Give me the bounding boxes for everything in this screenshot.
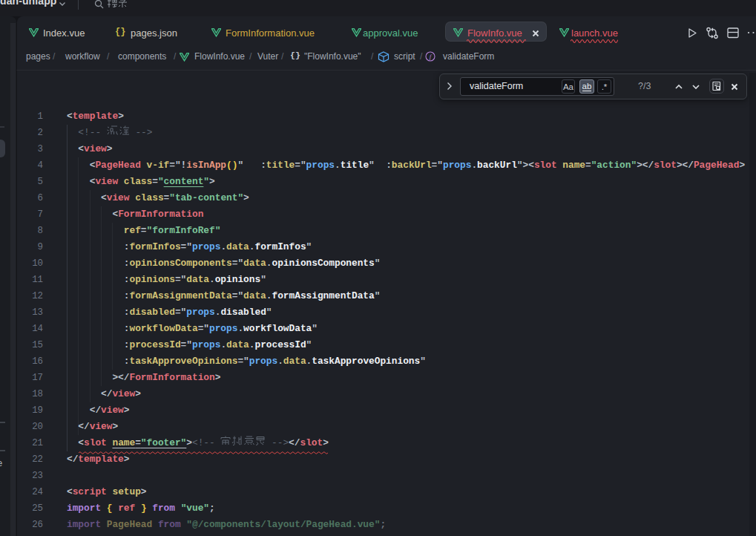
svg-text:f: f xyxy=(430,53,433,60)
